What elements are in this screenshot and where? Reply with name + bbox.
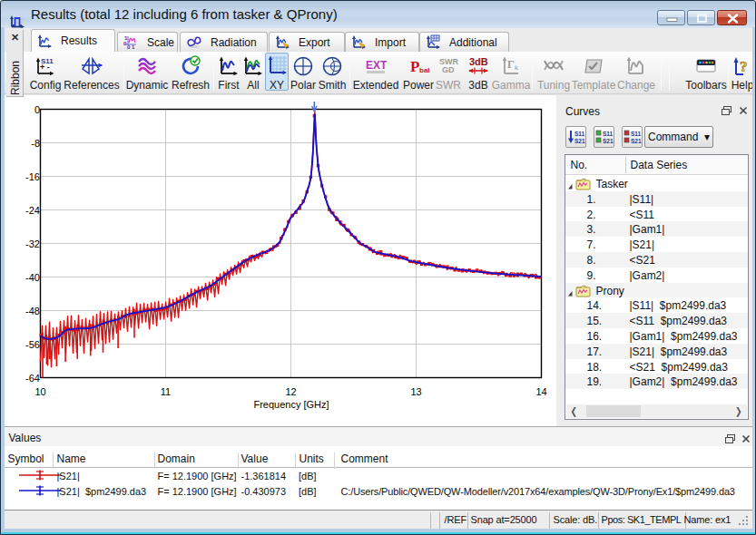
svg-text:-56: -56 xyxy=(25,339,40,350)
svg-text:-32: -32 xyxy=(25,238,40,249)
svg-text:13: 13 xyxy=(410,386,421,397)
svg-text:Γ: Γ xyxy=(507,58,515,71)
svg-text:k: k xyxy=(515,63,519,72)
svg-text:-16: -16 xyxy=(25,171,40,182)
svg-text:12: 12 xyxy=(285,386,296,397)
svg-text:+ -: + - xyxy=(40,63,50,72)
svg-text:-8: -8 xyxy=(31,138,40,149)
svg-text:?: ? xyxy=(740,58,748,75)
svg-text:0: 0 xyxy=(34,104,39,115)
svg-text:10: 10 xyxy=(34,386,45,397)
svg-text:S21: S21 xyxy=(631,137,642,143)
svg-text:-40: -40 xyxy=(25,272,40,283)
svg-text:S11: S11 xyxy=(631,130,642,136)
svg-text:-64: -64 xyxy=(25,373,40,384)
svg-text:S21: S21 xyxy=(574,138,585,144)
svg-text:14: 14 xyxy=(535,386,546,397)
svg-text:S21: S21 xyxy=(603,137,614,143)
svg-text:-24: -24 xyxy=(25,205,40,216)
svg-text:EXT: EXT xyxy=(366,59,388,72)
svg-text:S11: S11 xyxy=(574,131,585,137)
svg-text:S11: S11 xyxy=(603,130,614,136)
svg-text:-48: -48 xyxy=(25,306,40,316)
svg-text:Frequency [GHz]: Frequency [GHz] xyxy=(253,399,329,410)
svg-text:11: 11 xyxy=(160,386,170,397)
